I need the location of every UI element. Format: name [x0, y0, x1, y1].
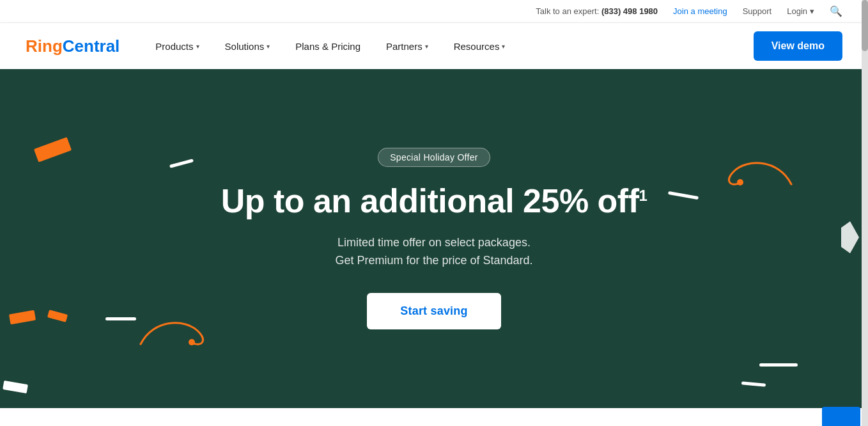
- logo-ring: Ring: [26, 36, 63, 56]
- nav-products-label: Products: [155, 41, 193, 52]
- hero-content: Special Holiday Offer Up to an additiona…: [221, 148, 647, 329]
- partners-chevron-icon: ▾: [425, 43, 428, 50]
- search-icon[interactable]: 🔍: [830, 5, 842, 17]
- top-bar: Talk to an expert: (833) 498 1980 Join a…: [0, 0, 868, 23]
- start-saving-button[interactable]: Start saving: [367, 293, 500, 329]
- scrollbar-thumb[interactable]: [862, 0, 868, 51]
- svg-point-1: [737, 179, 743, 185]
- confetti-orange-3: [47, 310, 68, 322]
- nav-products[interactable]: Products ▾: [145, 36, 209, 57]
- logo-central: Central: [63, 36, 120, 56]
- headline-main-text: Up to an additional 25% off: [221, 182, 639, 219]
- login-label: Login: [787, 6, 807, 16]
- phone-number[interactable]: (833) 498 1980: [601, 6, 658, 16]
- confetti-orange-2: [9, 310, 36, 325]
- hero-subtext-line1: Limited time offer on select packages.: [337, 236, 531, 249]
- confetti-dash-2: [105, 317, 136, 320]
- hero-subtext-line2: Get Premium for the price of Standard.: [335, 254, 532, 267]
- confetti-white-2: [3, 381, 28, 393]
- holiday-badge: Special Holiday Offer: [378, 148, 490, 167]
- confetti-dash-1: [169, 159, 194, 168]
- nav-plans-label: Plans & Pricing: [295, 41, 360, 52]
- confetti-dash-4: [759, 363, 798, 367]
- view-demo-button[interactable]: View demo: [754, 31, 842, 61]
- hero-section: Special Holiday Offer Up to an additiona…: [0, 69, 868, 408]
- support-link[interactable]: Support: [743, 6, 772, 16]
- svg-point-0: [189, 339, 195, 345]
- scrollbar[interactable]: [862, 0, 868, 408]
- talk-label: Talk to an expert:: [536, 6, 599, 16]
- logo[interactable]: RingCentral: [26, 36, 120, 56]
- nav-solutions-label: Solutions: [225, 41, 265, 52]
- login-dropdown[interactable]: Login ▾: [787, 6, 814, 16]
- confetti-dash-3: [668, 191, 699, 200]
- nav-solutions[interactable]: Solutions ▾: [215, 36, 281, 57]
- nav-plans-pricing[interactable]: Plans & Pricing: [285, 36, 371, 57]
- talk-to-expert: Talk to an expert: (833) 498 1980: [536, 6, 658, 16]
- navbar: RingCentral Products ▾ Solutions ▾ Plans…: [0, 23, 868, 69]
- headline-sup: 1: [639, 186, 647, 203]
- nav-resources[interactable]: Resources ▾: [444, 36, 516, 57]
- hero-headline: Up to an additional 25% off1: [221, 182, 647, 221]
- svg-marker-2: [841, 221, 859, 253]
- login-chevron-icon: ▾: [810, 6, 814, 16]
- hero-subtext: Limited time offer on select packages. G…: [221, 233, 647, 271]
- resources-chevron-icon: ▾: [502, 43, 505, 50]
- join-meeting-link[interactable]: Join a meeting: [673, 6, 727, 16]
- swirl-right-icon: [727, 146, 798, 191]
- solutions-chevron-icon: ▾: [267, 43, 270, 50]
- confetti-dash-5: [741, 381, 766, 386]
- arrow-decoration: [841, 221, 859, 256]
- nav-resources-label: Resources: [454, 41, 500, 52]
- bottom-cta-widget[interactable]: [822, 407, 860, 408]
- swirl-left-icon: [134, 312, 217, 351]
- nav-partners-label: Partners: [386, 41, 422, 52]
- confetti-orange-1: [34, 137, 72, 162]
- nav-partners[interactable]: Partners ▾: [376, 36, 438, 57]
- nav-links: Products ▾ Solutions ▾ Plans & Pricing P…: [145, 36, 753, 57]
- products-chevron-icon: ▾: [196, 43, 199, 50]
